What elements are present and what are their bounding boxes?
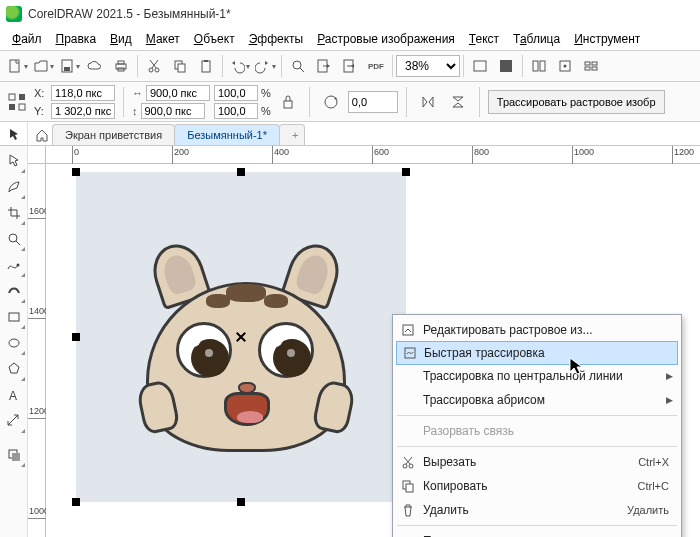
ruler-vertical[interactable]: 1600 1400 1200 1000: [28, 164, 46, 537]
dockers-button[interactable]: [526, 53, 552, 79]
cloud-button[interactable]: [82, 53, 108, 79]
artistic-media-tool[interactable]: [2, 278, 26, 304]
selection-handle[interactable]: [72, 168, 80, 176]
x-input[interactable]: [51, 85, 115, 101]
copy-button[interactable]: [167, 53, 193, 79]
svg-point-41: [409, 464, 413, 468]
text-tool[interactable]: A: [2, 382, 26, 408]
selection-center[interactable]: [236, 332, 246, 342]
pick-tool-cell[interactable]: [0, 122, 28, 145]
ctx-delete[interactable]: Удалить Удалить: [395, 498, 679, 522]
redo-button[interactable]: ▾: [252, 53, 278, 79]
menu-effects[interactable]: Эффекты: [243, 30, 310, 48]
selection-handle[interactable]: [72, 333, 80, 341]
ctx-centerline-trace[interactable]: Трассировка по центральной линии ▶: [395, 364, 679, 388]
selection-handle[interactable]: [237, 498, 245, 506]
undo-button[interactable]: ▾: [226, 53, 252, 79]
home-icon[interactable]: [32, 125, 52, 145]
print-button[interactable]: [108, 53, 134, 79]
ruler-horizontal[interactable]: 0 200 400 600 800 1000 1200: [46, 146, 700, 164]
open-button[interactable]: ▾: [30, 53, 56, 79]
search-button[interactable]: [285, 53, 311, 79]
crop-tool[interactable]: [2, 200, 26, 226]
menu-file[interactable]: Файл: [6, 30, 48, 48]
trace-bitmap-button[interactable]: Трассировать растровое изобр: [488, 90, 665, 114]
svg-rect-43: [406, 484, 413, 492]
lock-ratio-button[interactable]: [275, 89, 301, 115]
zoom-select[interactable]: 38%: [396, 55, 460, 77]
preview-button[interactable]: [493, 53, 519, 79]
angle-input[interactable]: [348, 91, 398, 113]
dropshadow-tool[interactable]: [2, 442, 26, 468]
svg-point-32: [16, 264, 19, 267]
paste-button[interactable]: [193, 53, 219, 79]
scale-y-input[interactable]: [214, 103, 258, 119]
window-title: CorelDRAW 2021.5 - Безымянный-1*: [28, 7, 231, 21]
snap-button[interactable]: [552, 53, 578, 79]
ellipse-tool[interactable]: [2, 330, 26, 356]
svg-rect-15: [474, 61, 486, 71]
selection-handle[interactable]: [237, 168, 245, 176]
menu-text[interactable]: Текст: [463, 30, 505, 48]
pick-tool[interactable]: [2, 148, 26, 174]
menu-bitmaps[interactable]: Растровые изображения: [311, 30, 461, 48]
svg-point-6: [149, 68, 153, 72]
menu-edit[interactable]: Правка: [50, 30, 103, 48]
menu-layout[interactable]: Макет: [140, 30, 186, 48]
menu-table[interactable]: Таблица: [507, 30, 566, 48]
svg-rect-22: [592, 62, 597, 65]
scale-x-input[interactable]: [214, 85, 258, 101]
ctx-cut[interactable]: Вырезать Ctrl+X: [395, 450, 679, 474]
svg-rect-38: [403, 325, 413, 335]
new-button[interactable]: ▾: [4, 53, 30, 79]
scale-group: % %: [214, 85, 271, 119]
tab-document-1[interactable]: Безымянный-1*: [174, 124, 280, 145]
polygon-tool[interactable]: [2, 356, 26, 382]
import-button[interactable]: [311, 53, 337, 79]
y-input[interactable]: [51, 103, 115, 119]
menu-tools[interactable]: Инструмент: [568, 30, 646, 48]
fullscreen-button[interactable]: [467, 53, 493, 79]
selection-handle[interactable]: [402, 168, 410, 176]
save-button[interactable]: ▾: [56, 53, 82, 79]
ctx-outline-trace[interactable]: Трассировка абрисом ▶: [395, 388, 679, 412]
svg-point-34: [9, 339, 19, 347]
ctx-quick-trace[interactable]: Быстрая трассировка: [396, 341, 678, 365]
selection-handle[interactable]: [72, 498, 80, 506]
menu-object[interactable]: Объект: [188, 30, 241, 48]
svg-rect-21: [585, 62, 590, 65]
svg-rect-33: [9, 313, 19, 321]
svg-rect-4: [118, 61, 124, 64]
ctx-edit-bitmap[interactable]: Редактировать растровое из...: [395, 318, 679, 342]
options-button[interactable]: [578, 53, 604, 79]
svg-rect-27: [9, 104, 15, 110]
position-icon: [4, 89, 30, 115]
freehand-tool[interactable]: [2, 252, 26, 278]
export-button[interactable]: [337, 53, 363, 79]
dimension-tool[interactable]: [2, 408, 26, 434]
width-input[interactable]: [146, 85, 210, 101]
svg-rect-2: [64, 67, 70, 71]
delete-icon: [400, 502, 416, 518]
rectangle-tool[interactable]: [2, 304, 26, 330]
y-label: Y:: [34, 105, 48, 117]
ruler-origin[interactable]: [28, 146, 46, 164]
shape-tool[interactable]: [2, 174, 26, 200]
document-tabs: Экран приветствия Безымянный-1* +: [0, 122, 700, 146]
tab-add[interactable]: +: [279, 124, 305, 145]
ctx-order[interactable]: Порядок ▶: [395, 529, 679, 537]
publish-pdf-button[interactable]: PDF: [363, 53, 389, 79]
height-input[interactable]: [141, 103, 205, 119]
mirror-h-button[interactable]: [415, 89, 441, 115]
svg-rect-24: [592, 67, 597, 70]
copy-icon: [400, 478, 416, 494]
zoom-tool[interactable]: [2, 226, 26, 252]
cut-button[interactable]: [141, 53, 167, 79]
tab-welcome[interactable]: Экран приветствия: [52, 124, 175, 145]
edit-bitmap-icon: [400, 322, 416, 338]
mirror-v-button[interactable]: [445, 89, 471, 115]
menu-view[interactable]: Вид: [104, 30, 138, 48]
svg-rect-11: [204, 60, 208, 62]
svg-rect-0: [10, 60, 19, 72]
ctx-copy[interactable]: Копировать Ctrl+C: [395, 474, 679, 498]
